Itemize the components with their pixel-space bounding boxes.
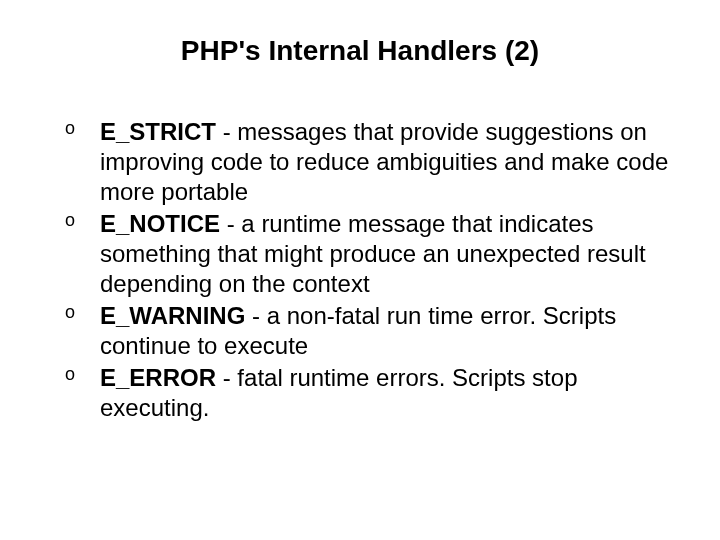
bullet-icon: o xyxy=(65,301,75,324)
separator: - xyxy=(220,210,241,237)
separator: - xyxy=(216,364,237,391)
slide-title: PHP's Internal Handlers (2) xyxy=(45,35,675,67)
term: E_ERROR xyxy=(100,364,216,391)
separator: - xyxy=(245,302,266,329)
term: E_NOTICE xyxy=(100,210,220,237)
bullet-list: o E_STRICT - messages that provide sugge… xyxy=(45,117,675,423)
list-item: o E_WARNING - a non-fatal run time error… xyxy=(65,301,675,361)
bullet-icon: o xyxy=(65,363,75,386)
list-item: o E_NOTICE - a runtime message that indi… xyxy=(65,209,675,299)
bullet-icon: o xyxy=(65,209,75,232)
list-item: o E_STRICT - messages that provide sugge… xyxy=(65,117,675,207)
term: E_WARNING xyxy=(100,302,245,329)
term: E_STRICT xyxy=(100,118,216,145)
list-item: o E_ERROR - fatal runtime errors. Script… xyxy=(65,363,675,423)
bullet-icon: o xyxy=(65,117,75,140)
separator: - xyxy=(216,118,237,145)
